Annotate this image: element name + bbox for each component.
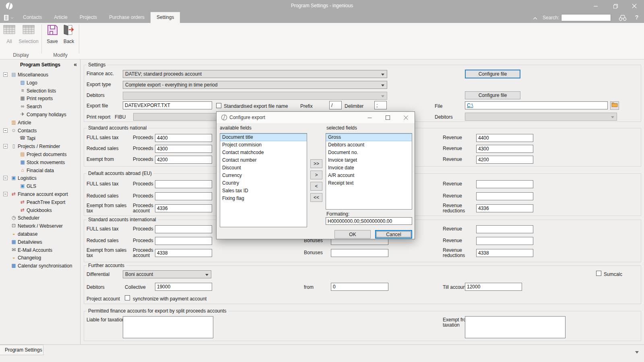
tab-settings[interactable]: Settings bbox=[151, 12, 180, 23]
tree-item-finance-account-export[interactable]: ⇄Finance account export bbox=[0, 190, 80, 198]
list-item-discount[interactable]: Discount bbox=[220, 164, 307, 172]
standard-accounts-international-revenue-1-input[interactable] bbox=[476, 237, 533, 245]
export-file-input[interactable] bbox=[123, 101, 212, 109]
export-type-select[interactable]: Complete export - everything in time per… bbox=[123, 81, 387, 89]
tree-item-detailviews[interactable]: ▦Detailviews bbox=[0, 238, 80, 246]
file-path-input[interactable] bbox=[465, 101, 608, 109]
default-accounts-abroad-eu-reduced-sales-input[interactable] bbox=[155, 192, 212, 200]
list-item-country[interactable]: Country bbox=[220, 179, 307, 187]
list-item-invoice-date[interactable]: Invoice date bbox=[326, 164, 412, 172]
list-item-a-r-account[interactable]: A/R account bbox=[326, 172, 412, 179]
dialog-close-button[interactable] bbox=[399, 112, 412, 123]
collective-input[interactable] bbox=[155, 283, 212, 291]
default-accounts-abroad-eu-revenue-1-input[interactable] bbox=[476, 192, 533, 200]
formating-input[interactable] bbox=[326, 217, 412, 225]
list-item-receipt-text[interactable]: Receipt text bbox=[326, 179, 412, 187]
debitors-right-select[interactable] bbox=[465, 113, 617, 121]
tree-item-contacts[interactable]: ☺Contacts bbox=[0, 127, 80, 135]
tree-item-search[interactable]: ∞Search bbox=[0, 103, 80, 111]
tree-item-changelog[interactable]: ◒Changelog bbox=[0, 254, 80, 262]
tab-projects[interactable]: Projects bbox=[74, 12, 103, 23]
default-accounts-abroad-eu-full-sales-tax-input[interactable] bbox=[155, 180, 212, 188]
differential-select[interactable]: Boni account bbox=[123, 270, 211, 278]
tree-item-finacial-data[interactable]: ⌂Finacial data bbox=[0, 167, 80, 175]
list-item-debitors-account[interactable]: Debitors account bbox=[326, 141, 412, 149]
tree-item-projects-reminder[interactable]: ▯Projects / Reminder bbox=[0, 142, 80, 150]
collapse-sidebar-button[interactable]: « bbox=[74, 61, 77, 68]
collapse-box-icon[interactable] bbox=[3, 72, 8, 77]
list-item-document-title[interactable]: Document title bbox=[220, 134, 307, 141]
tree-item-quickbooks[interactable]: ⇄Quickbooks bbox=[0, 206, 80, 214]
move-right-button[interactable]: > bbox=[310, 171, 322, 179]
standard-accounts-national-revenue-1-input[interactable] bbox=[476, 145, 533, 153]
standard-accounts-international-reduced-sales-input[interactable] bbox=[155, 237, 212, 245]
exempt-taxation-textarea[interactable] bbox=[465, 316, 566, 338]
browse-folder-button[interactable] bbox=[610, 101, 619, 110]
list-item-document-no[interactable]: Document no. bbox=[326, 149, 412, 156]
from-input[interactable] bbox=[331, 283, 388, 291]
dialog-minimize-button[interactable] bbox=[363, 112, 376, 123]
tree-item-network-webserver[interactable]: ⊡Network / Webserver bbox=[0, 222, 80, 230]
standard-accounts-international-revenue-0-input[interactable] bbox=[476, 225, 533, 233]
tree-item-peachtree-export[interactable]: ⇄PeachTree Export bbox=[0, 198, 80, 206]
list-item-sales-tax-id[interactable]: Sales tax ID bbox=[220, 187, 307, 195]
standard-accounts-international-revenue-reductions-2-input[interactable] bbox=[476, 249, 533, 257]
collapse-box-icon[interactable] bbox=[3, 144, 8, 148]
collapse-box-icon[interactable] bbox=[3, 192, 8, 196]
finance-acc-select[interactable]: DATEV; standard proceeds account bbox=[123, 70, 387, 78]
statusbar-tab-program-settings[interactable]: Program Settings bbox=[0, 345, 43, 355]
standard-accounts-international-bonuses-2-input[interactable] bbox=[331, 249, 388, 257]
close-button[interactable] bbox=[627, 0, 642, 12]
restore-button[interactable] bbox=[608, 0, 623, 12]
minimize-button[interactable] bbox=[588, 0, 603, 12]
tab-purchase-orders[interactable]: Purchase orders bbox=[103, 12, 151, 23]
list-item-contact-number[interactable]: Contact number bbox=[220, 156, 307, 164]
collapse-ribbon-icon[interactable] bbox=[533, 15, 540, 21]
move-left-button[interactable]: < bbox=[310, 182, 322, 191]
tree-item-miscellaneous[interactable]: ▤Miscellaneous bbox=[0, 71, 80, 79]
all-button[interactable]: All bbox=[2, 24, 17, 50]
move-all-left-button[interactable]: << bbox=[310, 193, 322, 202]
tree-item-logistics[interactable]: ▣Logistics bbox=[0, 174, 80, 182]
tree-item-project-documents[interactable]: ▤Project documents bbox=[0, 150, 80, 158]
till-account-input[interactable] bbox=[465, 283, 522, 291]
search-input[interactable] bbox=[561, 14, 611, 21]
standard-accounts-national-revenue-0-input[interactable] bbox=[476, 134, 533, 142]
standard-accounts-national-revenue-2-input[interactable] bbox=[476, 156, 533, 164]
default-accounts-abroad-eu-exempt-from-sales-tax-input[interactable] bbox=[155, 204, 212, 212]
move-all-right-button[interactable]: >> bbox=[310, 159, 322, 168]
collapse-box-icon[interactable] bbox=[3, 128, 8, 133]
tree-item-e-mail-accounts[interactable]: ✉E-Mail Accounts bbox=[0, 246, 80, 254]
standard-accounts-international-exempt-from-sales-tax-input[interactable] bbox=[155, 249, 212, 257]
tree-item-selection-lists[interactable]: ≡Selection lists bbox=[0, 87, 80, 95]
standard-accounts-national-exempt-from-input[interactable] bbox=[155, 156, 212, 164]
configure-file-button-2[interactable]: Configure file bbox=[465, 91, 520, 99]
default-accounts-abroad-eu-revenue-0-input[interactable] bbox=[476, 180, 533, 188]
search-binoculars-icon[interactable] bbox=[618, 14, 628, 21]
standard-accounts-national-full-sales-tax-input[interactable] bbox=[155, 134, 212, 142]
chevron-down-icon[interactable] bbox=[635, 349, 639, 355]
list-item-project-commision[interactable]: Project commision bbox=[220, 141, 307, 149]
save-button[interactable]: Save bbox=[43, 24, 61, 50]
standardised-checkbox[interactable] bbox=[216, 103, 221, 108]
list-item-currency[interactable]: Currency bbox=[220, 172, 307, 179]
tree-item-scheduler[interactable]: ◷Scheduler bbox=[0, 214, 80, 222]
list-item-fixing-flag[interactable]: Fixing flag bbox=[220, 195, 307, 202]
standard-accounts-national-reduced-sales-input[interactable] bbox=[155, 145, 212, 153]
tab-article[interactable]: Article bbox=[48, 12, 73, 23]
configure-file-button-1[interactable]: Configure file bbox=[465, 70, 520, 78]
liable-taxation-textarea[interactable] bbox=[123, 316, 213, 338]
app-menu-button[interactable] bbox=[3, 14, 15, 22]
ok-button[interactable]: OK bbox=[334, 230, 371, 239]
list-item-contact-matchcode[interactable]: Contact matchcode bbox=[220, 149, 307, 156]
tree-item-calendar-synchronisation[interactable]: ▩Calendar synchronisation bbox=[0, 262, 80, 270]
collapse-box-icon[interactable] bbox=[3, 176, 8, 180]
list-item-gross[interactable]: Gross bbox=[326, 134, 412, 141]
debitors-select[interactable] bbox=[123, 92, 387, 100]
available-fields-listbox[interactable]: Document titleProject commisionContact m… bbox=[220, 133, 307, 227]
selected-fields-listbox[interactable]: GrossDebitors accountDocument no.Invoice… bbox=[326, 133, 412, 210]
sumcalc-checkbox[interactable] bbox=[596, 271, 601, 276]
selection-button[interactable]: Selection bbox=[18, 24, 39, 50]
delimiter-input[interactable] bbox=[374, 101, 387, 109]
standard-accounts-international-full-sales-tax-input[interactable] bbox=[155, 225, 212, 233]
